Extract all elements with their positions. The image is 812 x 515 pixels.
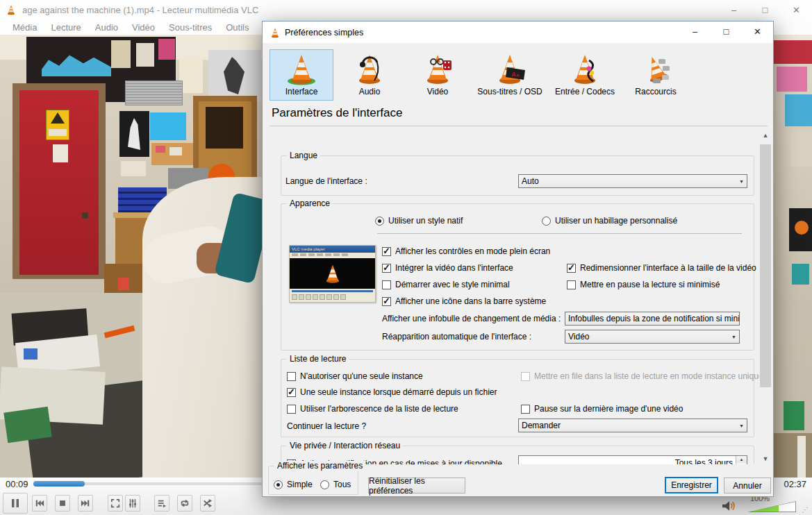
stop-icon <box>58 498 67 508</box>
spinner-up-icon[interactable]: ▲ <box>736 456 747 463</box>
spinner-down-icon[interactable]: ▼ <box>736 463 747 464</box>
checkbox-icon <box>287 405 296 414</box>
scroll-up-icon[interactable]: ▲ <box>759 129 772 141</box>
maximize-button[interactable]: □ <box>749 0 781 19</box>
scroll-down-icon[interactable]: ▼ <box>759 453 772 464</box>
auto-raise-dropdown[interactable]: Vidéo▼ <box>565 330 740 344</box>
checkbox-icon <box>567 280 576 289</box>
close-button[interactable]: ✕ <box>781 0 812 19</box>
vlc-cone-icon <box>6 4 17 15</box>
check-single-instance[interactable]: N'autoriser qu'une seule instance <box>287 371 423 381</box>
speaker-icon[interactable] <box>721 500 736 512</box>
scene-right-poster <box>777 67 807 92</box>
next-button[interactable] <box>78 495 93 512</box>
scene-postit <box>111 40 131 68</box>
menu-video[interactable]: Vidéo <box>125 22 162 33</box>
loop-button[interactable] <box>177 495 192 512</box>
playlist-button[interactable] <box>154 495 169 512</box>
radio-simple[interactable]: Simple <box>274 480 313 489</box>
fullscreen-button[interactable] <box>108 495 123 512</box>
next-icon <box>81 498 90 508</box>
menu-soustitres[interactable]: Sous-titres <box>162 22 219 33</box>
menu-audio[interactable]: Audio <box>88 22 125 33</box>
stop-button[interactable] <box>55 495 70 512</box>
scene-warning-triangle <box>51 112 65 124</box>
checkbox-icon <box>521 372 530 381</box>
minimize-button[interactable]: – <box>718 0 749 19</box>
total-time: 02:37 <box>784 479 806 489</box>
scene-postit <box>136 43 154 67</box>
radio-custom-skin[interactable]: Utiliser un habillage personnalisé <box>542 216 677 226</box>
check-playlist-tree[interactable]: Utiliser l'arborescence de la liste de l… <box>287 404 458 414</box>
menu-lecture[interactable]: Lecture <box>44 22 88 33</box>
vlc-application: age against the machine (1).mp4 - Lecteu… <box>0 0 812 515</box>
radio-icon <box>375 217 384 226</box>
settings-scrollbar[interactable]: ▲ ▼ <box>759 129 772 464</box>
continue-playback-dropdown[interactable]: Demander▼ <box>518 419 747 432</box>
preferences-dialog: Préférences simples – □ ✕ Interface Audi… <box>262 21 774 497</box>
scene-pcb <box>3 407 52 443</box>
volume-slider[interactable] <box>747 501 796 512</box>
svg-text:A»: A» <box>511 71 520 78</box>
resize-grip[interactable]: ⋰ <box>802 506 809 514</box>
check-embed-video[interactable]: Intégrer la vidéo dans l'interface <box>382 263 513 273</box>
vlc-cone-icon <box>270 27 281 38</box>
chevron-down-icon: ▼ <box>736 179 744 184</box>
scene-postit <box>158 39 175 60</box>
interface-preview-thumbnail: VLC media player <box>289 245 376 303</box>
scene-right-orange-dot <box>795 221 809 235</box>
input-codecs-icon <box>568 52 602 85</box>
scene-right-poster <box>792 264 809 285</box>
check-resize-interface[interactable]: Redimensionner l'interface à la taille d… <box>567 263 756 273</box>
settings-scroll-area: Langue Langue de l'interface : Auto▼ App… <box>270 129 759 464</box>
chevron-down-icon: ▼ <box>729 335 736 339</box>
save-button[interactable]: Enregistrer <box>665 477 718 493</box>
update-interval-spinbox[interactable]: Tous les 3 jours ▲▼ <box>518 455 747 464</box>
previous-icon <box>35 498 44 508</box>
check-pause-minimized[interactable]: Mettre en pause la lecture si minimisé <box>567 280 720 289</box>
equalizer-icon <box>128 498 138 508</box>
dialog-close-button[interactable]: ✕ <box>742 22 773 41</box>
radio-icon <box>320 480 329 489</box>
media-change-tooltip-dropdown[interactable]: Infobulles depuis la zone de notificatio… <box>565 312 740 326</box>
check-fullscreen-controls[interactable]: Afficher les contrôles en mode plein écr… <box>382 246 550 256</box>
auto-raise-label: Réapparition automatique de l'interface … <box>382 332 531 341</box>
radio-native-style[interactable]: Utiliser un style natif <box>375 216 463 226</box>
reset-preferences-button[interactable]: Réinitialiser les préférences <box>368 478 465 493</box>
tab-soustitres-osd[interactable]: A» Sous-titres / OSD <box>474 49 546 101</box>
menu-media[interactable]: Média <box>6 22 44 33</box>
pause-button[interactable] <box>3 493 28 514</box>
previous-button[interactable] <box>32 495 47 512</box>
menu-outils[interactable]: Outils <box>219 22 256 33</box>
language-label: Langue de l'interface : <box>285 176 367 186</box>
scene-right-highlight <box>797 436 806 478</box>
check-pause-last-frame[interactable]: Pause sur la dernière image d'une vidéo <box>521 404 683 414</box>
tab-entree-codecs[interactable]: Entrée / Codecs <box>550 49 620 101</box>
dialog-minimize-button[interactable]: – <box>679 22 711 41</box>
separator <box>377 233 742 234</box>
tab-video[interactable]: Vidéo <box>406 49 470 101</box>
spinner-buttons[interactable]: ▲▼ <box>736 456 747 464</box>
radio-all[interactable]: Tous <box>320 480 351 489</box>
subtitles-icon: A» <box>493 52 527 85</box>
audio-icon <box>353 52 386 85</box>
scene-cork-item <box>156 146 165 153</box>
tab-raccourcis[interactable]: Raccourcis <box>624 49 688 101</box>
checkbox-icon <box>287 388 296 397</box>
check-one-instance-from-file[interactable]: Une seule instance lorsque démarré depui… <box>287 387 497 397</box>
tab-interface[interactable]: Interface <box>270 49 333 101</box>
loop-icon <box>180 498 190 508</box>
tab-audio[interactable]: Audio <box>338 49 401 101</box>
check-systray-icon[interactable]: Afficher une icône dans la barre système <box>382 296 546 306</box>
check-minimal-style[interactable]: Démarrer avec le style minimal <box>382 280 510 289</box>
dialog-maximize-button[interactable]: □ <box>711 22 742 41</box>
scene-chest-sticker <box>118 278 129 290</box>
scene-door-handle <box>82 212 88 219</box>
scene-right-poster <box>785 94 812 126</box>
cancel-button[interactable]: Annuler <box>724 478 771 493</box>
scrollbar-thumb[interactable] <box>760 144 771 387</box>
checkbox-icon <box>287 372 296 381</box>
extended-settings-button[interactable] <box>125 495 140 512</box>
language-dropdown[interactable]: Auto▼ <box>518 174 747 188</box>
shuffle-button[interactable] <box>200 495 215 512</box>
